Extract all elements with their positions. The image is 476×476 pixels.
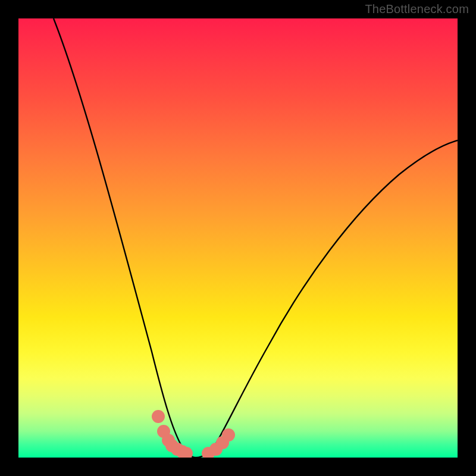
curve-left-path [54, 18, 196, 458]
markers-group [152, 410, 235, 458]
marker-dot [222, 428, 235, 441]
watermark-text: TheBottleneck.com [365, 2, 469, 16]
curve-left-group [54, 18, 196, 458]
chart-frame: TheBottleneck.com [0, 0, 476, 476]
chart-svg [18, 18, 458, 458]
marker-dot [152, 410, 165, 423]
curve-right-path [196, 140, 458, 458]
curve-right-group [196, 140, 458, 458]
